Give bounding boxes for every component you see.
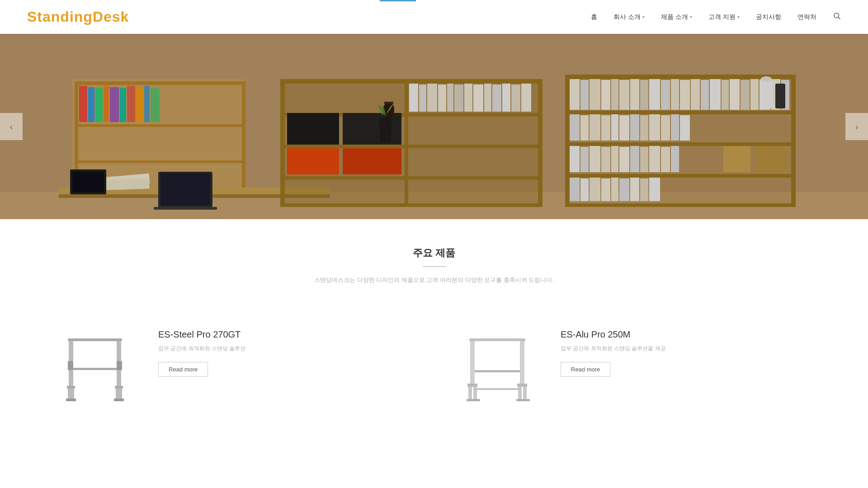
svg-rect-151 bbox=[475, 370, 520, 372]
product-image-1 bbox=[45, 325, 145, 406]
active-nav-indicator bbox=[380, 0, 416, 1]
svg-point-0 bbox=[834, 13, 839, 18]
read-more-button-2[interactable]: Read more bbox=[561, 362, 610, 377]
product-info-2: ES-Alu Pro 250M 업무 공간에 최적화된 스탠딩 솔루션을 제공 … bbox=[561, 325, 823, 377]
product-info-1: ES-Steel Pro 270GT 업무 공간에 최적화된 스탠딩 솔루션 R… bbox=[158, 325, 420, 377]
svg-rect-150 bbox=[516, 399, 530, 401]
svg-rect-145 bbox=[467, 399, 480, 401]
svg-line-1 bbox=[838, 17, 840, 19]
svg-rect-135 bbox=[116, 388, 122, 399]
section-divider bbox=[423, 266, 445, 267]
section-subtitle: 스탠딩데스크는 다양한 디자인의 제품으로 고객 여러분의 다양한 요구를 충족… bbox=[90, 276, 778, 284]
hero-image bbox=[0, 34, 868, 219]
nav-item-products[interactable]: 제품 소개 ▾ bbox=[661, 13, 692, 21]
svg-rect-132 bbox=[66, 399, 76, 401]
section-title: 주요 제품 bbox=[90, 246, 778, 260]
svg-rect-152 bbox=[475, 388, 520, 390]
svg-rect-127 bbox=[0, 34, 868, 219]
svg-rect-142 bbox=[467, 384, 477, 387]
svg-rect-140 bbox=[469, 338, 525, 341]
product-card-1: ES-Steel Pro 270GT 업무 공간에 최적화된 스탠딩 솔루션 R… bbox=[45, 325, 420, 406]
site-logo[interactable]: StandingDesk bbox=[27, 9, 129, 25]
header-top-bar bbox=[0, 0, 868, 1]
svg-rect-137 bbox=[73, 368, 117, 370]
svg-rect-149 bbox=[523, 386, 527, 400]
product-name-1: ES-Steel Pro 270GT bbox=[158, 329, 420, 340]
nav-item-contact[interactable]: 연락처 bbox=[797, 13, 816, 21]
chevron-down-icon: ▾ bbox=[642, 14, 645, 19]
svg-rect-139 bbox=[117, 361, 122, 370]
product-name-2: ES-Alu Pro 250M bbox=[561, 329, 823, 340]
product-card-2: ES-Alu Pro 250M 업무 공간에 최적화된 스탠딩 솔루션을 제공 … bbox=[448, 325, 823, 406]
nav-item-about[interactable]: 회사 소개 ▾ bbox=[613, 13, 645, 21]
svg-rect-143 bbox=[468, 386, 472, 400]
hero-next-button[interactable]: › bbox=[845, 113, 868, 140]
svg-rect-136 bbox=[114, 399, 124, 401]
nav-item-home[interactable]: 홈 bbox=[591, 13, 597, 21]
svg-rect-138 bbox=[68, 361, 73, 370]
read-more-button-1[interactable]: Read more bbox=[158, 362, 208, 377]
svg-rect-141 bbox=[470, 341, 475, 384]
product-image-2 bbox=[448, 325, 547, 406]
main-header: StandingDesk 홈 회사 소개 ▾ 제품 소개 ▾ 고객 지원 ▾ 공… bbox=[0, 0, 868, 34]
svg-rect-131 bbox=[68, 388, 74, 399]
chevron-down-icon: ▾ bbox=[737, 14, 740, 19]
chevron-down-icon: ▾ bbox=[690, 14, 692, 19]
products-section: 주요 제품 스탠딩데스크는 다양한 디자인의 제품으로 고객 여러분의 다양한 … bbox=[0, 219, 868, 325]
svg-rect-147 bbox=[517, 384, 527, 387]
products-grid: ES-Steel Pro 270GT 업무 공간에 최적화된 스탠딩 솔루션 R… bbox=[0, 325, 868, 406]
svg-rect-146 bbox=[520, 341, 524, 384]
main-nav: 홈 회사 소개 ▾ 제품 소개 ▾ 고객 지원 ▾ 공지사항 연락처 bbox=[591, 12, 841, 22]
product-desc-1: 업무 공간에 최적화된 스탠딩 솔루션 bbox=[158, 344, 420, 353]
hero-slider: ‹ › bbox=[0, 34, 868, 219]
nav-item-support[interactable]: 고객 지원 ▾ bbox=[708, 13, 740, 21]
search-icon[interactable] bbox=[833, 12, 841, 22]
product-desc-2: 업무 공간에 최적화된 스탠딩 솔루션을 제공 bbox=[561, 344, 823, 353]
svg-rect-128 bbox=[68, 338, 122, 341]
nav-item-notice[interactable]: 공지사항 bbox=[756, 13, 781, 21]
hero-prev-button[interactable]: ‹ bbox=[0, 113, 23, 140]
